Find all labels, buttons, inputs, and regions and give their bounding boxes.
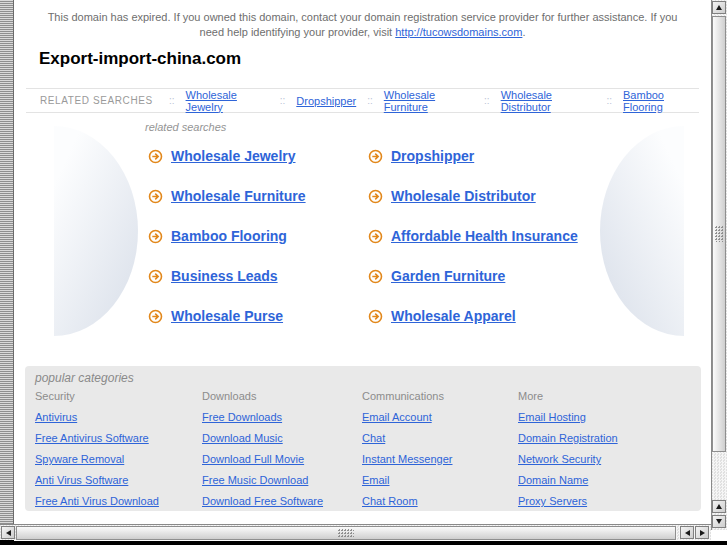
- popular-categories-heading: popular categories: [35, 371, 134, 385]
- category-link-download-free-software[interactable]: Download Free Software: [202, 495, 362, 507]
- scroll-right-button[interactable]: [695, 526, 709, 539]
- related-link-wholesale-apparel[interactable]: Wholesale Apparel: [391, 308, 516, 324]
- related-link-wholesale-purse[interactable]: Wholesale Purse: [171, 308, 283, 324]
- right-curve-decoration: [600, 126, 684, 336]
- scroll-down-button[interactable]: [712, 515, 726, 528]
- category-column-communications: Communications Email Account Chat Instan…: [362, 390, 522, 516]
- related-searches-bar-label: RELATED SEARCHES: [40, 95, 158, 106]
- category-link-free-anti-virus-download[interactable]: Free Anti Virus Download: [35, 495, 195, 507]
- horizontal-scrollbar[interactable]: [0, 524, 711, 540]
- notice-suffix: .: [522, 26, 525, 38]
- arrow-circle-icon: [148, 229, 163, 244]
- category-link-email-account[interactable]: Email Account: [362, 411, 522, 423]
- separator: ::: [169, 95, 175, 106]
- list-item: Wholesale Purse: [148, 307, 283, 325]
- right-arrow-icon: [700, 530, 705, 536]
- thumb-grip-dots: [338, 529, 354, 538]
- horizontal-scrollbar-thumb[interactable]: [16, 526, 676, 540]
- tucows-domains-link[interactable]: http://tucowsdomains.com: [395, 26, 522, 38]
- category-link-anti-virus-software[interactable]: Anti Virus Software: [35, 474, 195, 486]
- arrow-circle-icon: [148, 149, 163, 164]
- list-item: Dropshipper: [368, 147, 474, 165]
- related-link-wholesale-jewelry[interactable]: Wholesale Jewelry: [171, 148, 296, 164]
- arrow-circle-icon: [148, 269, 163, 284]
- category-header: Downloads: [202, 390, 362, 402]
- left-curve-decoration: [54, 126, 138, 336]
- category-link-email-hosting[interactable]: Email Hosting: [518, 411, 678, 423]
- page-title: Export-import-china.com: [39, 49, 241, 69]
- separator: ::: [367, 95, 373, 106]
- category-link-download-music[interactable]: Download Music: [202, 432, 362, 444]
- related-link-business-leads[interactable]: Business Leads: [171, 268, 278, 284]
- scrollbar-corner: [711, 530, 727, 541]
- list-item: Affordable Health Insurance: [368, 227, 578, 245]
- list-item: Wholesale Distributor: [368, 187, 536, 205]
- related-link-garden-furniture[interactable]: Garden Furniture: [391, 268, 505, 284]
- category-link-network-security[interactable]: Network Security: [518, 453, 678, 465]
- category-link-antivirus[interactable]: Antivirus: [35, 411, 195, 423]
- category-link-email[interactable]: Email: [362, 474, 522, 486]
- bar-link-wholesale-jewelry[interactable]: Wholesale Jewelry: [186, 89, 269, 113]
- list-item: Wholesale Apparel: [368, 307, 516, 325]
- down-arrow-icon: [716, 519, 722, 524]
- category-column-security: Security Antivirus Free Antivirus Softwa…: [35, 390, 195, 516]
- scroll-up-button[interactable]: [712, 1, 726, 14]
- notice-text: This domain has expired. If you owned th…: [48, 11, 678, 38]
- category-link-instant-messenger[interactable]: Instant Messenger: [362, 453, 522, 465]
- up-arrow-icon: [716, 5, 722, 10]
- category-column-downloads: Downloads Free Downloads Download Music …: [202, 390, 362, 516]
- scroll-left-button[interactable]: [1, 526, 15, 539]
- category-link-proxy-servers[interactable]: Proxy Servers: [518, 495, 678, 507]
- category-header: Communications: [362, 390, 522, 402]
- bar-link-bamboo-flooring[interactable]: Bamboo Flooring: [623, 89, 699, 113]
- related-link-dropshipper[interactable]: Dropshipper: [391, 148, 474, 164]
- related-searches-bar: RELATED SEARCHES :: Wholesale Jewelry ::…: [26, 88, 699, 113]
- list-item: Wholesale Furniture: [148, 187, 306, 205]
- related-link-bamboo-flooring[interactable]: Bamboo Flooring: [171, 228, 287, 244]
- window-edge-ribbed-handle: [0, 0, 14, 524]
- list-item: Business Leads: [148, 267, 278, 285]
- category-link-chat[interactable]: Chat: [362, 432, 522, 444]
- category-link-free-antivirus-software[interactable]: Free Antivirus Software: [35, 432, 195, 444]
- arrow-circle-icon: [368, 189, 383, 204]
- vertical-scrollbar[interactable]: [711, 0, 727, 530]
- up-arrow-icon: [716, 504, 722, 509]
- popular-categories-box: popular categories Security Antivirus Fr…: [25, 366, 701, 511]
- arrow-circle-icon: [148, 309, 163, 324]
- list-item: Garden Furniture: [368, 267, 505, 285]
- list-item: Wholesale Jewelry: [148, 147, 296, 165]
- arrow-circle-icon: [368, 229, 383, 244]
- vertical-scrollbar-thumb[interactable]: [712, 16, 726, 452]
- category-link-download-full-movie[interactable]: Download Full Movie: [202, 453, 362, 465]
- browser-page: This domain has expired. If you owned th…: [14, 0, 711, 541]
- category-link-domain-registration[interactable]: Domain Registration: [518, 432, 678, 444]
- left-arrow-icon: [6, 530, 11, 536]
- category-link-domain-name[interactable]: Domain Name: [518, 474, 678, 486]
- scroll-left-button-right[interactable]: [680, 526, 694, 539]
- category-link-spyware-removal[interactable]: Spyware Removal: [35, 453, 195, 465]
- scroll-up-button-bottom[interactable]: [712, 500, 726, 513]
- list-item: Bamboo Flooring: [148, 227, 287, 245]
- related-link-wholesale-furniture[interactable]: Wholesale Furniture: [171, 188, 306, 204]
- arrow-circle-icon: [368, 269, 383, 284]
- separator: ::: [280, 95, 286, 106]
- bar-link-wholesale-distributor[interactable]: Wholesale Distributor: [501, 89, 596, 113]
- separator: ::: [484, 95, 490, 106]
- category-link-free-music-download[interactable]: Free Music Download: [202, 474, 362, 486]
- category-header: More: [518, 390, 678, 402]
- category-column-more: More Email Hosting Domain Registration N…: [518, 390, 678, 516]
- bar-link-wholesale-furniture[interactable]: Wholesale Furniture: [384, 89, 473, 113]
- separator: ::: [606, 95, 612, 106]
- category-header: Security: [35, 390, 195, 402]
- category-link-free-downloads[interactable]: Free Downloads: [202, 411, 362, 423]
- arrow-circle-icon: [368, 149, 383, 164]
- category-link-chat-room[interactable]: Chat Room: [362, 495, 522, 507]
- left-arrow-icon: [685, 530, 690, 536]
- domain-expired-notice: This domain has expired. If you owned th…: [34, 10, 691, 40]
- arrow-circle-icon: [148, 189, 163, 204]
- arrow-circle-icon: [368, 309, 383, 324]
- related-link-wholesale-distributor[interactable]: Wholesale Distributor: [391, 188, 536, 204]
- bar-link-dropshipper[interactable]: Dropshipper: [296, 95, 356, 107]
- related-link-affordable-health-insurance[interactable]: Affordable Health Insurance: [391, 228, 578, 244]
- related-searches-heading: related searches: [145, 121, 226, 133]
